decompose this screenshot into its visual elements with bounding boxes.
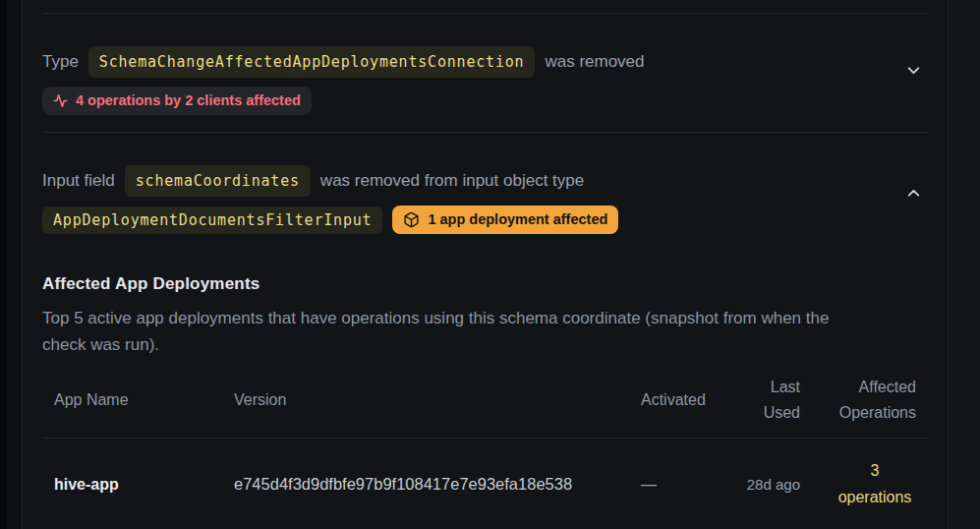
cell-app-name: hive-app: [42, 471, 222, 498]
change-suffix: was removed from input object type: [320, 170, 584, 192]
chevron-up-icon: [905, 185, 922, 202]
operations-affected-badge[interactable]: 4 operations by 2 clients affected: [42, 87, 312, 115]
column-header-affected-operations: Affected Operations: [812, 375, 928, 426]
affected-deployments-table: App Name Version Activated Last Used Aff…: [42, 367, 928, 529]
expand-change-button[interactable]: [901, 58, 926, 83]
change-prefix: Type: [42, 51, 79, 73]
table-header-row: App Name Version Activated Last Used Aff…: [42, 367, 928, 439]
operations-affected-label: 4 operations by 2 clients affected: [76, 92, 301, 109]
activity-icon: [53, 93, 68, 108]
column-header-app-name: App Name: [42, 387, 222, 413]
collapse-change-button[interactable]: [901, 181, 926, 206]
schema-check-changes-page: Type SchemaChangeAffectedAppDeploymentsC…: [0, 0, 980, 529]
cell-affected-operations: 3 operations: [812, 457, 928, 510]
change-prefix: Input field: [42, 170, 115, 192]
change-description: Type SchemaChangeAffectedAppDeploymentsC…: [42, 46, 645, 78]
package-icon: [403, 211, 420, 228]
chevron-down-icon: [905, 62, 922, 79]
cell-activated: —: [629, 471, 727, 498]
type-name-chip: SchemaChangeAffectedAppDeploymentsConnec…: [88, 46, 536, 78]
cell-version: e745d4f3d9dfbfe97b9f108417e7e93efa18e538: [222, 471, 629, 498]
right-gutter: [949, 0, 980, 529]
affected-app-deployments-section: Affected App Deployments Top 5 active ap…: [42, 274, 928, 529]
affected-deployments-description: Top 5 active app deployments that have o…: [42, 305, 840, 358]
app-deployment-affected-badge[interactable]: 1 app deployment affected: [392, 206, 618, 234]
column-header-version: Version: [222, 387, 629, 413]
change-header[interactable]: Input field schemaCoordinates was remove…: [42, 165, 928, 234]
affected-deployments-heading: Affected App Deployments: [42, 274, 928, 294]
field-name-chip: schemaCoordinates: [125, 165, 311, 197]
operations-count-link[interactable]: 3 operations: [834, 457, 916, 510]
change-entry-input-field-removed: Input field schemaCoordinates was remove…: [42, 133, 928, 529]
left-gutter: [0, 0, 7, 529]
input-type-name-chip: AppDeploymentDocumentsFilterInput: [42, 206, 382, 234]
cell-last-used: 28d ago: [727, 471, 812, 498]
column-header-activated: Activated: [629, 387, 727, 413]
breaking-changes-panel: Type SchemaChangeAffectedAppDeploymentsC…: [22, 0, 949, 529]
column-header-last-used: Last Used: [727, 375, 812, 426]
change-header[interactable]: Type SchemaChangeAffectedAppDeploymentsC…: [42, 46, 928, 132]
change-suffix: was removed: [545, 51, 644, 73]
change-description: Input field schemaCoordinates was remove…: [42, 165, 618, 197]
app-deployment-affected-label: 1 app deployment affected: [428, 211, 607, 228]
change-entry-type-removed: Type SchemaChangeAffectedAppDeploymentsC…: [42, 14, 928, 132]
table-row[interactable]: hive-app e745d4f3d9dfbfe97b9f108417e7e93…: [42, 439, 928, 529]
